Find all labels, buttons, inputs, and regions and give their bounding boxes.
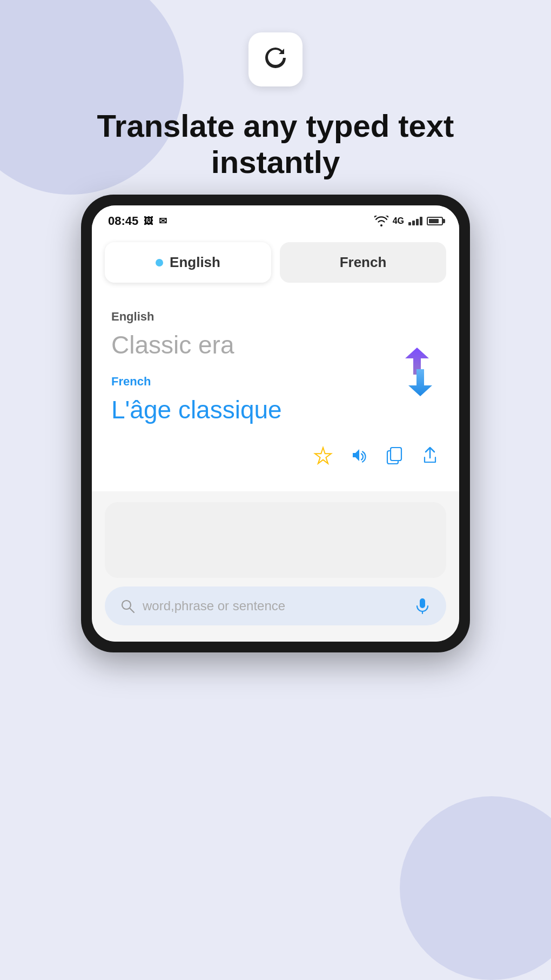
bg-blob-bottom-right: [400, 796, 551, 980]
speaker-button[interactable]: [349, 446, 368, 470]
source-language-button[interactable]: English: [105, 242, 271, 283]
share-button[interactable]: [420, 446, 440, 470]
swap-arrows-container[interactable]: [394, 348, 443, 396]
text-input-area[interactable]: [105, 502, 446, 578]
headline-line1: Translate any typed text: [97, 108, 454, 143]
target-lang-label: French: [111, 375, 440, 389]
source-text: Classic era: [111, 330, 440, 359]
target-language-label: French: [340, 254, 387, 271]
action-icons-row: [111, 441, 440, 475]
target-language-button[interactable]: French: [280, 242, 446, 283]
status-left: 08:45 🖼 ✉: [108, 214, 167, 228]
swap-arrows-icon: [394, 348, 443, 396]
top-section: Translate any typed text instantly: [0, 0, 551, 207]
battery-icon: [427, 217, 443, 225]
language-active-dot: [156, 259, 163, 266]
status-right: 4G: [374, 216, 443, 226]
battery-fill: [429, 219, 439, 223]
refresh-icon: [263, 44, 288, 75]
favorite-button[interactable]: [313, 446, 333, 470]
mic-icon[interactable]: [414, 597, 431, 615]
network-label: 4G: [393, 216, 404, 226]
source-language-label: English: [170, 254, 220, 271]
status-bar: 08:45 🖼 ✉ 4G: [92, 205, 459, 234]
photo-icon: 🖼: [144, 216, 153, 227]
translation-card: English Classic era: [92, 294, 459, 491]
svg-rect-4: [420, 598, 425, 608]
status-time: 08:45: [108, 214, 138, 228]
page-headline: Translate any typed text instantly: [65, 108, 487, 180]
input-area: word,phrase or sentence: [92, 491, 459, 642]
language-selector: English French: [92, 234, 459, 294]
signal-bars: [408, 217, 422, 225]
headline-line2: instantly: [211, 144, 340, 179]
copy-button[interactable]: [385, 446, 404, 470]
source-lang-label: English: [111, 310, 440, 324]
wifi-icon: [374, 216, 388, 226]
search-placeholder: word,phrase or sentence: [143, 598, 406, 614]
search-input-row[interactable]: word,phrase or sentence: [105, 586, 446, 625]
svg-rect-1: [391, 448, 401, 461]
svg-line-3: [130, 608, 134, 612]
search-icon: [120, 598, 135, 614]
phone-wrapper: 08:45 🖼 ✉ 4G: [32, 195, 519, 652]
phone-frame: 08:45 🖼 ✉ 4G: [81, 195, 470, 652]
mail-icon: ✉: [159, 215, 167, 227]
refresh-button[interactable]: [248, 32, 303, 86]
target-text: L'âge classique: [111, 395, 440, 424]
phone-screen: 08:45 🖼 ✉ 4G: [92, 205, 459, 642]
